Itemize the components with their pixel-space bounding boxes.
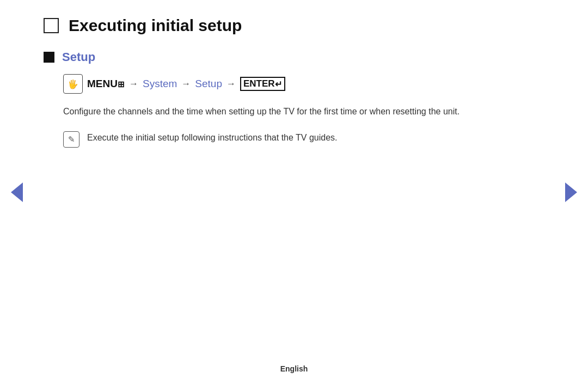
path-link-setup: Setup [195,78,222,90]
path-link-system: System [143,78,177,90]
note-row: ✎ Execute the initial setup following in… [63,131,544,148]
nav-left-button[interactable] [11,182,23,202]
nav-right-button[interactable] [565,182,577,202]
menu-icon-symbol: 🖐 [68,79,78,89]
note-text: Execute the initial setup following inst… [87,131,338,145]
arrow-2: → [181,78,191,89]
menu-path-row: 🖐 MENU⊞ → System → Setup → ENTER↵ [63,74,544,94]
enter-label: ENTER↵ [240,77,285,91]
main-content: Executing initial setup Setup 🖐 MENU⊞ → … [0,0,588,148]
menu-label: MENU⊞ [87,78,125,90]
enter-box: ENTER↵ [240,77,285,91]
section-square-icon [44,52,54,63]
menu-icon: 🖐 [63,74,83,94]
checkbox-icon [44,18,59,33]
footer-language: English [0,364,588,373]
arrow-3: → [226,78,236,89]
arrow-1: → [129,78,138,89]
section-row: Setup [44,50,544,64]
note-icon: ✎ [63,131,79,148]
page-title: Executing initial setup [69,16,242,35]
page-title-row: Executing initial setup [44,16,544,35]
section-title: Setup [62,50,95,64]
description-text: Configure the channels and the time when… [63,105,537,119]
enter-return-icon: ↵ [275,79,282,89]
